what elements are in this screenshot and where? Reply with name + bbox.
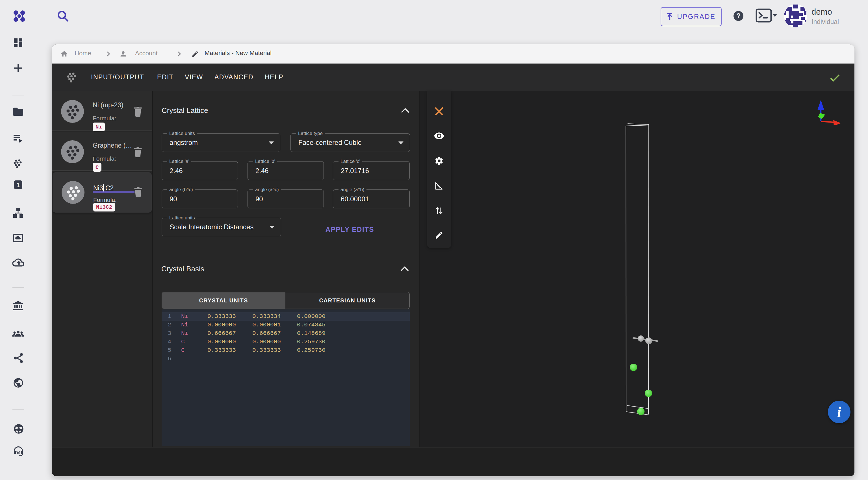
svg-text:1: 1	[17, 181, 20, 188]
